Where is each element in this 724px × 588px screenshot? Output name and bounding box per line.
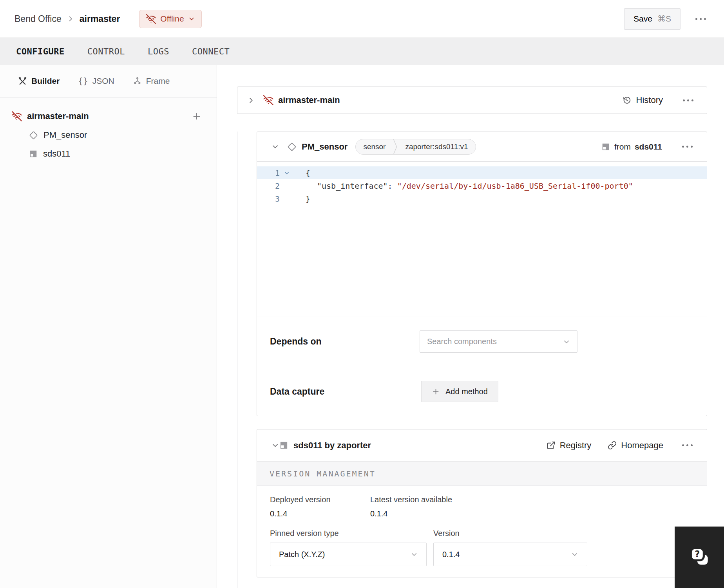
deployed-version-field: Deployed version 0.1.4 [270, 495, 370, 518]
fold-chevron-down-icon[interactable] [280, 170, 294, 176]
depends-on-select[interactable] [420, 330, 577, 353]
code-text: { [294, 168, 310, 178]
breadcrumb-machine-name: airmaster [80, 14, 120, 24]
pinned-version-type-dropdown[interactable]: Patch (X.Y.Z) [270, 543, 427, 566]
history-button[interactable]: History [622, 95, 663, 105]
part-overflow-menu[interactable] [681, 97, 696, 104]
version-dropdown[interactable]: 0.1.4 [433, 543, 587, 566]
pinned-version-type-value: Patch (X.Y.Z) [279, 550, 411, 559]
tab-connect[interactable]: CONNECT [181, 38, 241, 65]
mode-builder-label: Builder [31, 76, 60, 86]
module-title: sds011 by zaporter [293, 440, 371, 451]
tag-divider-icon [393, 139, 398, 155]
tree-item-sds011[interactable]: sds011 [0, 144, 217, 163]
module-card-header: sds011 by zaporter Registry [257, 429, 707, 462]
component-type-tag: sensor [356, 142, 393, 151]
component-card-pm-sensor: PM_sensor sensor zaporter:sds011:v1 [257, 132, 707, 416]
resource-tree: airmaster-main PM_sensor sds011 [0, 97, 217, 163]
chevron-down-icon [188, 16, 195, 22]
homepage-link[interactable]: Homepage [608, 440, 663, 451]
wifi-off-icon [12, 111, 22, 121]
code-line-2[interactable]: 2 "usb_interface": "/dev/serial/by-id/us… [257, 179, 707, 192]
tree-item-airmaster-main[interactable]: airmaster-main [0, 107, 217, 126]
latest-version-field: Latest version available 0.1.4 [370, 495, 452, 518]
config-sidebar: Builder {} JSON Frame [0, 65, 217, 588]
latest-version-value: 0.1.4 [370, 509, 452, 518]
line-number: 1 [257, 168, 280, 178]
registry-label: Registry [560, 440, 592, 451]
component-title: PM_sensor [302, 142, 348, 152]
code-line-1[interactable]: 1 { [257, 166, 707, 179]
module-icon [29, 149, 38, 159]
pinned-version-type-label: Pinned version type [270, 529, 427, 538]
save-shortcut-hint: ⌘S [657, 14, 671, 23]
module-icon [279, 440, 289, 450]
add-method-button[interactable]: Add method [421, 381, 498, 402]
pm-sensor-overflow-menu[interactable] [680, 143, 695, 150]
version-value: 0.1.4 [442, 550, 571, 559]
chevron-down-icon [411, 551, 418, 558]
mode-json-label: JSON [92, 76, 114, 86]
app-window: Bend Office airmaster Offline Save ⌘S CO… [0, 0, 724, 588]
deployed-version-label: Deployed version [270, 495, 370, 504]
view-mode-switcher: Builder {} JSON Frame [0, 65, 217, 97]
tab-control[interactable]: CONTROL [76, 38, 136, 65]
expand-chevron-right-icon[interactable] [247, 97, 255, 104]
mode-frame[interactable]: Frame [133, 76, 170, 86]
latest-version-label: Latest version available [370, 495, 452, 504]
save-button[interactable]: Save ⌘S [624, 8, 681, 30]
wifi-off-icon [146, 14, 156, 24]
frame-icon [133, 77, 142, 86]
machine-status-dropdown[interactable]: Offline [139, 10, 201, 28]
mode-builder[interactable]: Builder [18, 76, 60, 86]
collapse-chevron-down-icon[interactable] [272, 442, 279, 449]
diamond-icon [287, 142, 297, 152]
breadcrumb-org-link[interactable]: Bend Office [14, 14, 62, 24]
tree-item-pm-sensor[interactable]: PM_sensor [0, 126, 217, 144]
help-question-icon: ? [686, 545, 712, 570]
tree-item-label: sds011 [43, 149, 70, 159]
body-layout: Builder {} JSON Frame [0, 65, 724, 588]
line-number: 2 [257, 181, 280, 191]
from-module-name: sds011 [635, 142, 662, 152]
tab-logs[interactable]: LOGS [136, 38, 181, 65]
mode-json[interactable]: {} JSON [78, 76, 114, 86]
svg-text:?: ? [695, 548, 700, 559]
header-overflow-menu[interactable] [693, 16, 708, 22]
diamond-icon [29, 130, 38, 140]
history-clock-icon [622, 96, 632, 105]
tools-icon [18, 77, 27, 86]
machine-tab-bar: CONFIGURE CONTROL LOGS CONNECT [0, 38, 724, 65]
plus-icon [432, 388, 440, 396]
part-resources-group: PM_sensor sensor zaporter:sds011:v1 [237, 132, 707, 588]
breadcrumb: Bend Office airmaster [14, 14, 120, 24]
module-icon [601, 142, 610, 152]
pm-sensor-card-header: PM_sensor sensor zaporter:sds011:v1 [257, 132, 707, 162]
version-field: Version 0.1.4 [433, 529, 587, 566]
help-button[interactable]: ? [675, 527, 724, 588]
collapse-chevron-down-icon[interactable] [272, 143, 279, 150]
status-badge-label: Offline [160, 14, 184, 23]
pinned-version-type-field: Pinned version type Patch (X.Y.Z) [270, 529, 427, 566]
version-management-section-title: VERSION MANAGEMENT [257, 462, 707, 486]
link-icon [608, 441, 617, 450]
part-card-airmaster-main: airmaster-main History [237, 87, 707, 114]
component-model-tag: zaporter:sds011:v1 [398, 142, 475, 151]
module-overflow-menu[interactable] [680, 442, 695, 449]
tree-item-label: PM_sensor [43, 130, 87, 140]
registry-link[interactable]: Registry [547, 440, 592, 451]
homepage-label: Homepage [621, 440, 663, 451]
search-components-input[interactable] [427, 337, 563, 346]
braces-icon: {} [78, 76, 88, 86]
tab-configure[interactable]: CONFIGURE [5, 38, 76, 65]
add-component-button[interactable] [192, 111, 202, 121]
data-capture-label: Data capture [270, 386, 421, 397]
code-line-3[interactable]: 3 } [257, 192, 707, 205]
from-module-link[interactable]: from sds011 [601, 142, 662, 152]
component-type-model-tag: sensor zaporter:sds011:v1 [355, 139, 476, 155]
version-management-content: Deployed version 0.1.4 Latest version av… [257, 486, 707, 577]
code-text: } [294, 194, 310, 204]
attributes-code-editor[interactable]: 1 { 2 "usb_interface": "/dev/serial/by-i… [257, 162, 707, 316]
save-button-label: Save [634, 14, 652, 23]
chevron-down-icon [563, 338, 570, 345]
